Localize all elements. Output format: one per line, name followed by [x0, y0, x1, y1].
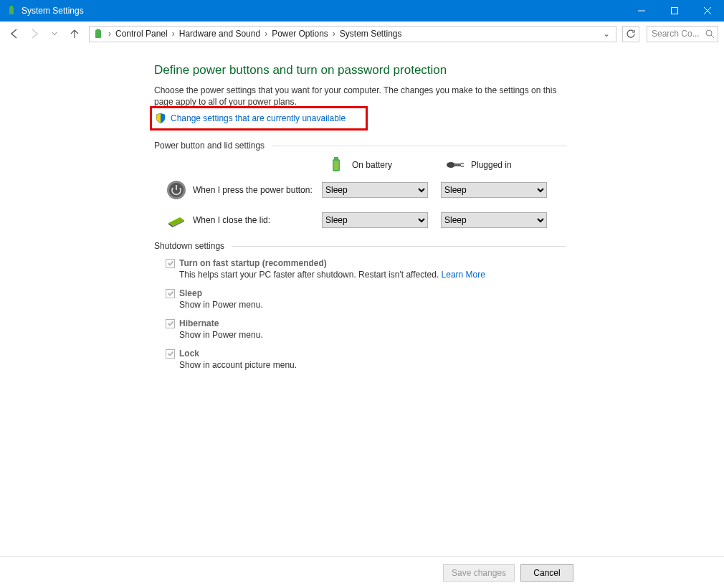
refresh-button[interactable]: [622, 26, 639, 42]
group-header-label: Power button and lid settings: [154, 141, 265, 151]
shutdown-item-lock: Lock Show in account picture menu.: [166, 348, 566, 370]
col-on-battery: On battery: [326, 158, 445, 172]
footer-bar: Save changes Cancel: [0, 556, 724, 588]
item-title: Lock: [179, 348, 199, 359]
search-input[interactable]: [647, 26, 718, 42]
breadcrumb-item[interactable]: Hardware and Sound: [178, 29, 262, 39]
chevron-down-icon[interactable]: ⌄: [600, 29, 613, 39]
learn-more-link[interactable]: Learn More: [442, 270, 485, 280]
svg-rect-12: [334, 161, 339, 170]
navigation-toolbar: › Control Panel › Hardware and Sound › P…: [0, 22, 724, 46]
breadcrumb-icon: [92, 28, 104, 39]
item-title: Turn on fast startup (recommended): [179, 258, 327, 268]
svg-point-8: [706, 30, 712, 36]
lid-battery-select[interactable]: Sleep: [322, 212, 428, 228]
row-label: When I press the power button:: [193, 185, 322, 195]
titlebar: System Settings: [0, 0, 724, 22]
window-title: System Settings: [22, 6, 625, 16]
checkbox-disabled-checked: [166, 289, 175, 298]
svg-rect-0: [9, 7, 14, 14]
power-button-icon: [166, 179, 187, 201]
item-desc: Show in Power menu.: [179, 330, 566, 340]
shutdown-item-sleep: Sleep Show in Power menu.: [166, 288, 566, 310]
chevron-right-icon[interactable]: ›: [330, 29, 338, 39]
page-title: Define power buttons and turn on passwor…: [154, 63, 566, 77]
minimize-button[interactable]: [625, 0, 658, 22]
search-field[interactable]: [650, 28, 700, 39]
item-desc: Show in Power menu.: [179, 300, 566, 310]
page-description: Choose the power settings that you want …: [154, 85, 566, 108]
laptop-lid-icon: [166, 209, 187, 231]
breadcrumb-item[interactable]: Control Panel: [114, 29, 169, 39]
shield-icon: [155, 113, 166, 124]
setting-row-power-button: When I press the power button: Sleep Sle…: [154, 179, 566, 201]
setting-row-lid: When I close the lid: Sleep Sleep: [154, 209, 566, 231]
checkbox-disabled-checked: [166, 259, 175, 268]
close-button[interactable]: [691, 0, 724, 22]
window-controls: [625, 0, 724, 22]
svg-rect-15: [461, 163, 464, 164]
row-label: When I close the lid:: [193, 215, 322, 225]
power-button-battery-select[interactable]: Sleep: [322, 182, 428, 198]
save-button[interactable]: Save changes: [443, 564, 515, 582]
lid-plugged-select[interactable]: Sleep: [441, 212, 547, 228]
up-button[interactable]: [66, 25, 83, 42]
svg-rect-14: [454, 163, 461, 166]
shutdown-item-hibernate: Hibernate Show in Power menu.: [166, 318, 566, 340]
change-settings-link-highlight: Change settings that are currently unava…: [150, 106, 368, 131]
back-button[interactable]: [6, 25, 23, 42]
chevron-right-icon[interactable]: ›: [262, 29, 270, 39]
content-pane: Define power buttons and turn on passwor…: [0, 46, 724, 556]
group-header-power-button: Power button and lid settings: [154, 141, 566, 151]
item-desc: This helps start your PC faster after sh…: [179, 270, 566, 280]
forward-button[interactable]: [26, 25, 43, 42]
item-title: Hibernate: [179, 318, 219, 328]
group-header-label: Shutdown settings: [154, 241, 224, 251]
col-label: Plugged in: [471, 160, 512, 170]
shutdown-item-fast-startup: Turn on fast startup (recommended) This …: [166, 258, 566, 280]
chevron-right-icon[interactable]: ›: [169, 29, 178, 39]
svg-line-9: [711, 35, 714, 38]
power-button-plugged-select[interactable]: Sleep: [441, 182, 547, 198]
col-label: On battery: [352, 160, 392, 170]
checkbox-disabled-checked: [166, 349, 175, 359]
col-plugged-in: Plugged in: [445, 158, 564, 172]
svg-rect-16: [461, 166, 464, 167]
cancel-button[interactable]: Cancel: [520, 564, 573, 582]
item-desc: Show in account picture menu.: [179, 360, 566, 370]
svg-rect-3: [672, 8, 678, 14]
group-header-shutdown: Shutdown settings: [154, 241, 566, 251]
battery-icon: [326, 158, 346, 172]
breadcrumb-item[interactable]: Power Options: [270, 29, 330, 39]
search-icon: [705, 29, 715, 41]
svg-rect-11: [334, 157, 338, 159]
maximize-button[interactable]: [658, 0, 691, 22]
svg-rect-6: [95, 30, 101, 38]
battery-app-icon: [6, 5, 17, 16]
recent-dropdown-icon[interactable]: [46, 25, 63, 42]
breadcrumb[interactable]: › Control Panel › Hardware and Sound › P…: [89, 26, 616, 42]
chevron-right-icon[interactable]: ›: [105, 29, 114, 39]
checkbox-disabled-checked: [166, 319, 175, 328]
svg-rect-7: [97, 29, 100, 31]
item-title: Sleep: [179, 288, 202, 298]
breadcrumb-item[interactable]: System Settings: [338, 29, 404, 39]
column-headers: On battery Plugged in: [326, 158, 566, 172]
svg-rect-1: [10, 6, 13, 7]
change-settings-link[interactable]: Change settings that are currently unava…: [171, 113, 346, 123]
plug-icon: [445, 158, 465, 172]
